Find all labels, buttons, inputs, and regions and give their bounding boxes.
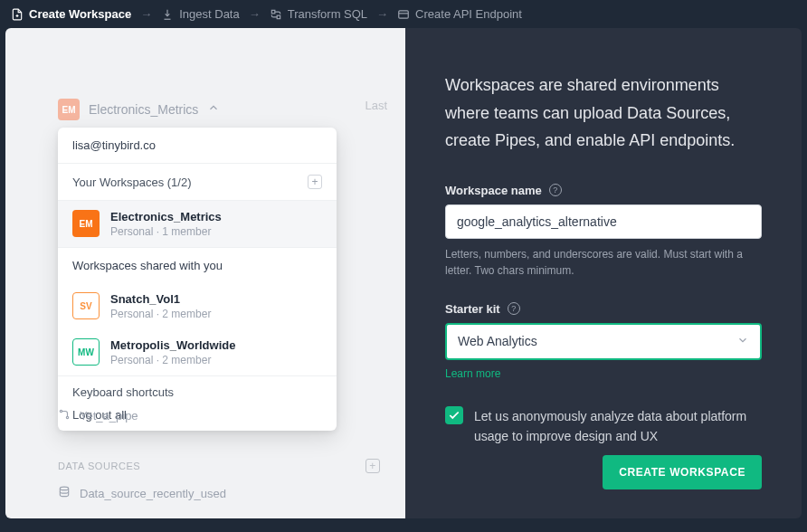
consent-text: Let us anonymously analyze data about pl… [474,406,762,447]
datasources-header-label: DATA SOURCES [58,461,140,471]
learn-more-link[interactable]: Learn more [445,367,500,380]
last-label: Last [365,99,387,112]
sidebar-datasource-item[interactable]: Data_source_recently_used [58,486,380,501]
crumb-label: Create Workspace [29,7,131,21]
workspace-name-input[interactable] [445,204,762,239]
svg-point-5 [60,487,68,490]
workspace-name-label: Workspace name [445,184,542,197]
crumb-create-api[interactable]: Create API Endpoint [397,7,522,21]
info-icon[interactable]: ? [549,184,562,196]
starter-kit-label: Starter kit [445,302,500,316]
transform-icon [270,8,282,21]
crumb-create-workspace[interactable]: Create Workspace [11,7,131,21]
workspace-item-name: Snatch_Vol1 [110,292,211,306]
sidebar-pipe-item[interactable]: Yet_a_pipe [58,408,380,423]
consent-checkbox[interactable] [445,406,463,424]
crumb-transform-sql[interactable]: Transform SQL [270,7,367,21]
panel-intro: Workspaces are shared environments where… [445,71,762,155]
user-email: lisa@tinybird.co [58,128,337,164]
ingest-icon [161,8,174,21]
workspace-current-name: Electronics_Metrics [89,102,198,117]
database-icon [58,486,71,501]
workspace-item-badge: MW [72,338,100,366]
workspace-item-meta: Personal · 2 member [110,354,235,366]
sidebar-pipe-label: Yet_a_pipe [80,409,138,423]
starter-kit-field: Starter kit ? Web Analytics Learn more [445,302,762,381]
chevron-down-icon [736,334,749,349]
svg-rect-2 [399,10,409,17]
crumb-label: Ingest Data [179,7,240,21]
workspace-item-shared[interactable]: MW Metropolis_Worldwide Personal · 2 mem… [58,329,337,376]
svg-point-3 [60,410,62,412]
workspace-item-badge: SV [72,292,100,319]
datasources-header: DATA SOURCES + [58,459,380,473]
svg-point-4 [66,416,68,418]
main-area: EM Electronics_Metrics Last lisa@tinybir… [0,28,807,524]
workspace-item-meta: Personal · 2 member [110,308,211,320]
starter-kit-select[interactable]: Web Analytics [445,323,762,360]
breadcrumb-bar: Create Workspace → Ingest Data → Transfo… [0,0,807,28]
workspace-item-meta: Personal · 1 member [110,225,222,238]
left-panel: EM Electronics_Metrics Last lisa@tinybir… [5,28,405,518]
create-workspace-panel: Workspaces are shared environments where… [405,28,802,518]
crumb-ingest-data[interactable]: Ingest Data [161,7,240,21]
workspace-badge: EM [58,99,80,120]
arrow-right-icon: → [376,7,388,21]
your-workspaces-label: Your Workspaces (1/2) [72,176,192,189]
workspace-item-name: Metropolis_Worldwide [110,338,235,352]
workspace-dropdown: lisa@tinybird.co Your Workspaces (1/2) +… [58,128,337,431]
workspace-item-name: Electronics_Metrics [110,210,222,223]
sidebar-datasource-label: Data_source_recently_used [80,487,226,500]
pipe-icon [58,408,71,423]
your-workspaces-header: Your Workspaces (1/2) + [58,164,337,201]
consent-row: Let us anonymously analyze data about pl… [445,406,762,447]
keyboard-shortcuts-link[interactable]: Keyboard shortcuts [58,376,337,408]
starter-kit-value: Web Analytics [458,334,537,348]
crumb-label: Transform SQL [288,7,367,21]
workspace-name-hint: Letters, numbers, and underscores are va… [445,246,762,279]
file-plus-icon [11,8,24,21]
svg-rect-0 [271,10,275,14]
svg-rect-1 [277,15,280,19]
endpoint-icon [397,8,410,21]
workspace-item-own[interactable]: EM Electronics_Metrics Personal · 1 memb… [58,201,337,248]
chevron-up-icon [207,101,220,118]
add-datasource-button[interactable]: + [366,459,380,473]
info-icon[interactable]: ? [508,302,520,315]
arrow-right-icon: → [140,7,152,21]
workspace-name-field: Workspace name ? Letters, numbers, and u… [445,184,762,279]
workspace-item-shared[interactable]: SV Snatch_Vol1 Personal · 2 member [58,283,337,329]
shared-workspaces-header: Workspaces shared with you [58,248,337,283]
workspace-switcher-trigger[interactable]: EM Electronics_Metrics [58,99,220,120]
add-workspace-button[interactable]: + [308,175,322,189]
create-workspace-button[interactable]: CREATE WORKSPACE [603,455,762,489]
arrow-right-icon: → [249,7,261,21]
workspace-item-badge: EM [72,210,100,237]
crumb-label: Create API Endpoint [415,7,522,21]
